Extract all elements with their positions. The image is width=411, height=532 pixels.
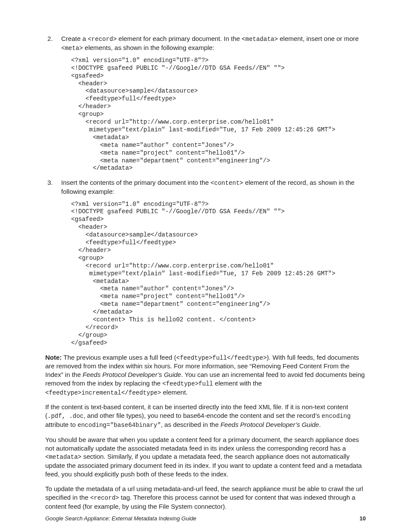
- page: 2. Create a <record> element for each pr…: [0, 0, 411, 532]
- paragraph-update: To update the metadata of a url using me…: [45, 485, 366, 510]
- code-inline: <metadata>: [45, 454, 81, 460]
- footer-title: Google Search Appliance: External Metada…: [45, 515, 196, 522]
- text: Insert the contents of the primary docum…: [61, 179, 211, 186]
- text: element.: [161, 389, 188, 396]
- page-footer: Google Search Appliance: External Metada…: [45, 515, 366, 522]
- text: The previous example uses a full feed (: [62, 354, 176, 361]
- code-inline: .pdf, .doc: [47, 413, 84, 420]
- code-block-2: <?xml version="1.0" encoding="UTF-8"?> <…: [45, 201, 366, 347]
- doc-title-italic: Feeds Protocol Developer’s Guide: [221, 421, 319, 428]
- text: Create a: [61, 35, 88, 42]
- paragraph-text-content: If the content is text-based content, it…: [45, 403, 366, 429]
- text: You should be aware that when you update…: [45, 436, 359, 452]
- code-inline: <content>: [211, 180, 243, 187]
- step-text: Insert the contents of the primary docum…: [61, 178, 366, 196]
- text: element for each primary document. In th…: [117, 35, 242, 42]
- text: attribute to: [45, 421, 78, 428]
- code-inline: <meta>: [61, 45, 83, 52]
- code-inline: <feedtype>full: [162, 380, 213, 387]
- text: , and other file types), you need to bas…: [84, 412, 322, 419]
- step-3: 3. Insert the contents of the primary do…: [45, 178, 366, 196]
- code-inline: <record>: [90, 495, 119, 501]
- note-paragraph: Note: The previous example uses a full f…: [45, 353, 366, 397]
- code-inline: <metadata>: [242, 36, 278, 43]
- page-number: 10: [360, 515, 366, 522]
- note-label: Note:: [45, 354, 62, 361]
- code-inline: <record>: [88, 36, 117, 43]
- text: section. Similarly, if you update a meta…: [45, 453, 362, 478]
- code-block-1: <?xml version="1.0" encoding="UTF-8"?> <…: [45, 57, 366, 173]
- code-inline: <feedtype>incremental</feedtype>: [45, 389, 161, 396]
- step-number: 2.: [45, 34, 61, 53]
- step-number: 3.: [45, 178, 61, 196]
- text: .: [319, 421, 321, 428]
- text: element, insert one or more: [278, 35, 359, 42]
- text: , as described in the: [161, 421, 220, 428]
- code-inline: <feedtype>full</feedtype>: [176, 355, 267, 361]
- text: element with the: [213, 380, 262, 387]
- code-inline: encoding="base64binary": [78, 422, 161, 429]
- step-text: Create a <record> element for each prima…: [61, 34, 366, 53]
- paragraph-aware: You should be aware that when you update…: [45, 436, 366, 479]
- code-inline: encoding: [322, 413, 351, 420]
- text: elements, as shown in the following exam…: [83, 44, 214, 51]
- step-2: 2. Create a <record> element for each pr…: [45, 34, 366, 53]
- doc-title-italic: Feeds Protocol Developer’s Guide: [83, 371, 181, 378]
